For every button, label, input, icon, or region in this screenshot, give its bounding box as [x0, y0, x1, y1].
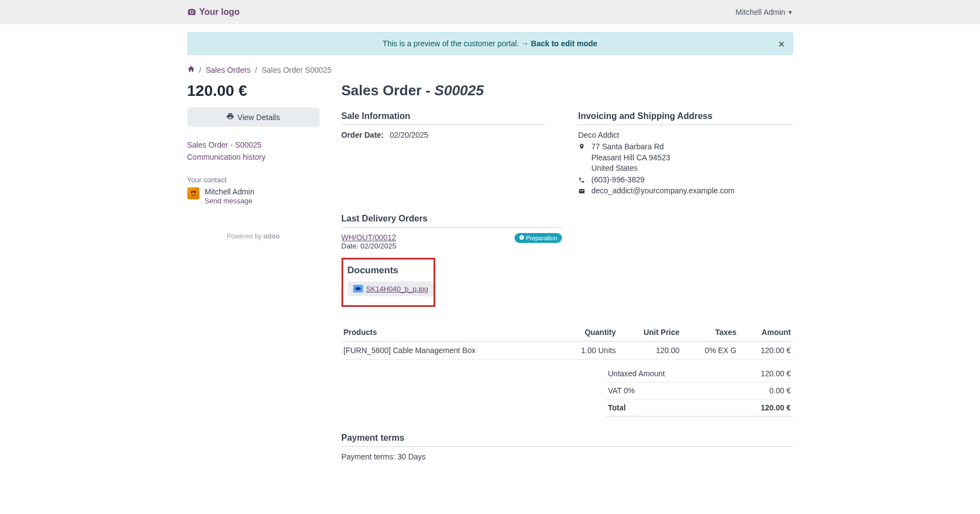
- order-total-price: 120.00 €: [187, 82, 320, 100]
- close-alert-button[interactable]: ×: [778, 38, 785, 51]
- view-details-button[interactable]: View Details: [187, 107, 320, 127]
- order-date-label: Order Date:: [342, 131, 386, 139]
- products-table: Products Quantity Unit Price Taxes Amoun…: [342, 323, 793, 360]
- view-details-label: View Details: [237, 113, 280, 122]
- main-content: Sales Order - S00025 Sale Information Or…: [342, 82, 793, 461]
- map-marker-icon: [578, 143, 586, 152]
- status-badge: Preparation: [515, 233, 562, 243]
- address-email: deco_addict@yourcompany.example.com: [592, 186, 735, 195]
- alert-text: This is a preview of the customer portal…: [383, 39, 521, 48]
- address-street: 77 Santa Barbara Rd: [592, 142, 670, 153]
- send-message-link[interactable]: Send message: [205, 197, 253, 205]
- camera-icon: [187, 8, 196, 17]
- table-row: [FURN_5800] Cable Management Box 1.00 Un…: [342, 341, 793, 359]
- address-country: United States: [592, 163, 670, 174]
- badge-text: Preparation: [526, 235, 557, 241]
- caret-down-icon: ▼: [788, 9, 793, 15]
- logo-text: Your logo: [199, 7, 240, 17]
- sale-info-heading: Sale Information: [342, 111, 545, 125]
- address-city: Pleasant Hill CA 94523: [592, 153, 670, 164]
- breadcrumb-sales-orders[interactable]: Sales Orders: [205, 66, 251, 74]
- th-quantity: Quantity: [556, 323, 618, 342]
- breadcrumb-current: Sales Order S00025: [262, 66, 332, 74]
- total-label: Total: [608, 403, 626, 412]
- contact-card: Mitchell Admin Send message: [187, 187, 320, 205]
- contact-label: Your contact: [187, 176, 320, 184]
- cell-product: [FURN_5800] Cable Management Box: [342, 341, 556, 359]
- vat-label: VAT 0%: [608, 386, 635, 395]
- th-unit-price: Unit Price: [618, 323, 682, 342]
- payment-heading: Payment terms: [342, 433, 793, 447]
- sidebar-link-history[interactable]: Communication history: [187, 151, 320, 163]
- delivery-heading: Last Delivery Orders: [342, 214, 562, 228]
- breadcrumb: / Sales Orders / Sales Order S00025: [187, 65, 793, 74]
- delivery-date-label: Date:: [342, 242, 359, 250]
- cell-amount: 120.00 €: [739, 341, 793, 359]
- document-thumbnail: [353, 285, 363, 293]
- powered-by: Powered by odoo: [187, 232, 320, 240]
- delivery-ref-link[interactable]: WH/OUT/00012: [342, 233, 397, 242]
- cell-taxes: 0% EX G: [682, 341, 739, 359]
- address-heading: Invoicing and Shipping Address: [578, 111, 793, 125]
- close-icon: ×: [778, 38, 785, 50]
- breadcrumb-sep: /: [255, 66, 257, 74]
- page-title: Sales Order - S00025: [342, 82, 793, 99]
- user-menu[interactable]: Mitchell Admin ▼: [735, 8, 793, 17]
- envelope-icon: [578, 187, 586, 196]
- document-filename: SK14H040_b_p.jpg: [366, 285, 429, 293]
- odoo-logo-text: odoo: [263, 232, 279, 240]
- th-products: Products: [342, 323, 556, 342]
- topbar: Your logo Mitchell Admin ▼: [0, 0, 980, 24]
- contact-name: Mitchell Admin: [205, 187, 255, 196]
- vat-value: 0.00 €: [770, 386, 791, 395]
- arrow-right-icon: →: [521, 39, 531, 48]
- total-value: 120.00 €: [761, 403, 791, 412]
- breadcrumb-home[interactable]: [187, 65, 195, 74]
- cell-quantity: 1.00 Units: [556, 341, 618, 359]
- untaxed-value: 120.00 €: [761, 369, 791, 378]
- preview-alert: This is a preview of the customer portal…: [187, 32, 793, 55]
- logo[interactable]: Your logo: [187, 7, 240, 17]
- payment-terms-text: Payment terms: 30 Days: [342, 452, 793, 461]
- phone-icon: [578, 176, 586, 185]
- th-taxes: Taxes: [682, 323, 739, 342]
- address-phone: (603)-996-3829: [592, 175, 645, 184]
- breadcrumb-sep: /: [199, 66, 202, 74]
- document-chip[interactable]: SK14H040_b_p.jpg: [348, 282, 434, 296]
- home-icon: [187, 66, 195, 74]
- user-name: Mitchell Admin: [735, 8, 785, 17]
- documents-heading: Documents: [348, 265, 427, 276]
- documents-section-highlighted: Documents SK14H040_b_p.jpg: [342, 258, 435, 307]
- back-to-edit-link[interactable]: Back to edit mode: [531, 39, 598, 48]
- order-date-value: 02/20/2025: [390, 131, 429, 139]
- print-icon: [226, 112, 234, 122]
- delivery-date-value: 02/20/2025: [360, 242, 396, 250]
- th-amount: Amount: [739, 323, 793, 342]
- untaxed-label: Untaxed Amount: [608, 369, 665, 378]
- sidebar: 120.00 € View Details Sales Order - S000…: [187, 82, 320, 461]
- clock-icon: [519, 235, 524, 241]
- svg-rect-2: [191, 191, 196, 192]
- address-name: Deco Addict: [578, 131, 793, 139]
- avatar: [187, 187, 199, 199]
- cell-unit-price: 120.00: [618, 341, 682, 359]
- totals: Untaxed Amount 120.00 € VAT 0% 0.00 € To…: [606, 365, 793, 416]
- sidebar-link-order[interactable]: Sales Order - S00025: [187, 139, 320, 151]
